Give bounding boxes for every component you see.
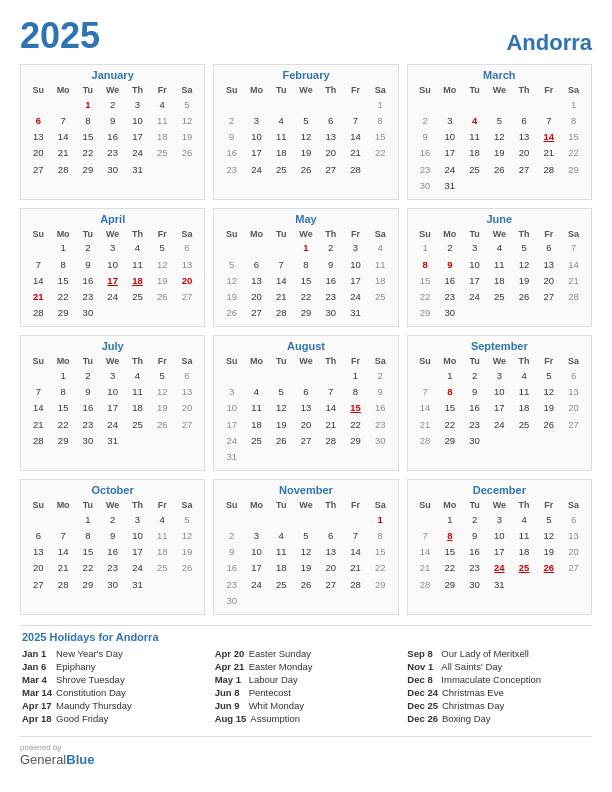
day-header-th: Th xyxy=(512,228,537,240)
day-cell xyxy=(244,367,269,383)
day-cell: 23 xyxy=(76,416,101,432)
days-grid: 1234567891011121314151617181920212223242… xyxy=(26,511,199,592)
day-cell: 8 xyxy=(368,527,393,543)
day-cell: 21 xyxy=(318,416,343,432)
day-cell: 27 xyxy=(561,416,586,432)
day-cell xyxy=(294,593,319,609)
day-cell: 30 xyxy=(76,432,101,448)
day-cell: 3 xyxy=(487,511,512,527)
day-header-tu: Tu xyxy=(76,355,101,367)
day-cell: 17 xyxy=(100,272,125,288)
day-cell xyxy=(150,305,175,321)
day-cell: 2 xyxy=(76,240,101,256)
day-header-fr: Fr xyxy=(150,228,175,240)
month-name: January xyxy=(26,69,199,81)
day-cell: 3 xyxy=(244,527,269,543)
day-cell: 28 xyxy=(51,576,76,592)
month-block-may: MaySuMoTuWeThFrSa12345678910111213141516… xyxy=(213,208,398,327)
day-cell: 29 xyxy=(368,576,393,592)
day-cell: 17 xyxy=(487,544,512,560)
page-header: 2025 Andorra xyxy=(20,18,592,54)
day-cell xyxy=(413,96,438,112)
day-cell: 22 xyxy=(51,416,76,432)
day-cell: 23 xyxy=(413,161,438,177)
day-cell: 31 xyxy=(487,576,512,592)
day-header-su: Su xyxy=(26,499,51,511)
day-cell: 19 xyxy=(536,544,561,560)
day-cell: 6 xyxy=(536,240,561,256)
day-cell: 22 xyxy=(368,145,393,161)
day-header-su: Su xyxy=(413,499,438,511)
day-cell xyxy=(437,96,462,112)
day-cell xyxy=(150,161,175,177)
day-header-we: We xyxy=(100,228,125,240)
day-cell: 5 xyxy=(487,112,512,128)
day-cell: 12 xyxy=(487,129,512,145)
day-header-mo: Mo xyxy=(437,355,462,367)
day-cell: 8 xyxy=(51,384,76,400)
day-cell: 23 xyxy=(76,289,101,305)
day-cell: 14 xyxy=(26,400,51,416)
day-header-tu: Tu xyxy=(462,228,487,240)
day-cell: 13 xyxy=(26,129,51,145)
day-cell: 13 xyxy=(175,256,200,272)
day-header-sa: Sa xyxy=(175,355,200,367)
day-cell: 12 xyxy=(175,112,200,128)
day-cell: 3 xyxy=(244,112,269,128)
day-cell: 16 xyxy=(76,272,101,288)
day-cell: 22 xyxy=(368,560,393,576)
day-cell: 25 xyxy=(512,416,537,432)
day-header-mo: Mo xyxy=(244,499,269,511)
day-cell: 16 xyxy=(437,272,462,288)
day-cell: 9 xyxy=(462,527,487,543)
day-header-su: Su xyxy=(219,228,244,240)
day-cell: 16 xyxy=(100,544,125,560)
day-cell: 13 xyxy=(536,256,561,272)
day-cell xyxy=(125,432,150,448)
day-cell: 11 xyxy=(487,256,512,272)
day-cell: 14 xyxy=(343,544,368,560)
day-cell: 11 xyxy=(368,256,393,272)
day-cell: 2 xyxy=(219,112,244,128)
day-header-mo: Mo xyxy=(51,228,76,240)
day-cell xyxy=(244,511,269,527)
day-cell: 19 xyxy=(294,560,319,576)
days-grid: 1234567891011121314151617181920212223242… xyxy=(219,511,392,609)
day-cell: 18 xyxy=(150,544,175,560)
day-cell: 14 xyxy=(413,400,438,416)
day-cell xyxy=(26,240,51,256)
day-cell: 27 xyxy=(175,416,200,432)
day-cell: 12 xyxy=(150,256,175,272)
day-cell xyxy=(487,177,512,193)
day-cell: 10 xyxy=(487,384,512,400)
day-headers: SuMoTuWeThFrSa xyxy=(413,355,586,367)
day-cell: 18 xyxy=(269,560,294,576)
day-header-sa: Sa xyxy=(368,355,393,367)
day-cell: 20 xyxy=(512,145,537,161)
calendar-grid: JanuarySuMoTuWeThFrSa1234567891011121314… xyxy=(20,64,592,615)
day-cell xyxy=(269,367,294,383)
day-cell: 3 xyxy=(125,511,150,527)
holiday-date: Sep 8 xyxy=(407,648,437,659)
day-header-su: Su xyxy=(219,355,244,367)
month-name: March xyxy=(413,69,586,81)
day-cell: 3 xyxy=(487,367,512,383)
day-cell: 14 xyxy=(269,272,294,288)
holiday-date: Dec 25 xyxy=(407,700,438,711)
day-cell: 16 xyxy=(76,400,101,416)
day-cell: 9 xyxy=(76,384,101,400)
day-cell: 7 xyxy=(343,527,368,543)
holiday-column-3: Sep 8Our Lady of MeritxellNov 1All Saint… xyxy=(407,648,590,726)
day-cell: 15 xyxy=(368,544,393,560)
day-cell: 24 xyxy=(125,145,150,161)
month-name: May xyxy=(219,213,392,225)
holiday-date: Jan 1 xyxy=(22,648,52,659)
day-cell: 5 xyxy=(294,527,319,543)
day-header-su: Su xyxy=(26,355,51,367)
day-cell: 24 xyxy=(462,289,487,305)
day-cell: 30 xyxy=(368,432,393,448)
day-cell: 30 xyxy=(462,432,487,448)
day-cell: 1 xyxy=(51,240,76,256)
month-name: June xyxy=(413,213,586,225)
day-header-sa: Sa xyxy=(368,84,393,96)
